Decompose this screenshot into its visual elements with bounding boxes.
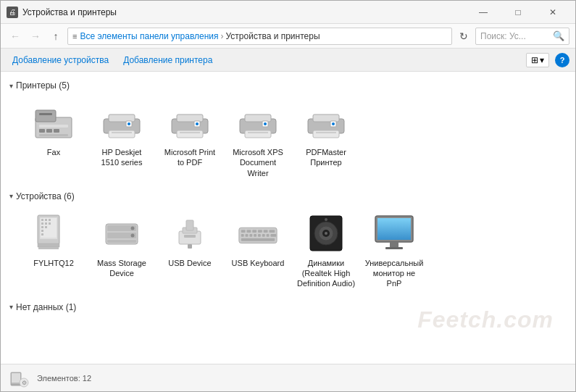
address-bar: ← → ↑ ≡ Все элементы панели управления ›…	[1, 24, 575, 49]
add-printer-button[interactable]: Добавление принтера	[117, 53, 218, 67]
svg-rect-43	[49, 219, 51, 221]
svg-point-52	[131, 234, 135, 238]
toolbar: Добавление устройства Добавление принтер…	[1, 49, 575, 72]
breadcrumb-current: Устройства и принтеры	[226, 31, 320, 41]
svg-rect-62	[258, 230, 262, 233]
list-item[interactable]: Mass Storage Device	[89, 207, 154, 293]
list-item[interactable]: Microsoft Print to PDF	[157, 96, 222, 183]
svg-rect-83	[390, 242, 398, 248]
list-item[interactable]: Универсальный монитор не PnP	[362, 207, 427, 293]
up-button[interactable]: ↑	[47, 28, 64, 45]
fax-label: Fax	[47, 147, 60, 157]
svg-rect-46	[38, 247, 59, 249]
svg-rect-69	[258, 234, 261, 237]
svg-rect-84	[385, 247, 403, 249]
status-device-icon: ⚙	[9, 368, 30, 388]
svg-text:⚙: ⚙	[22, 380, 27, 386]
nodata-section-header[interactable]: ▾ Нет данных (1)	[9, 302, 567, 312]
view-dropdown-icon: ▾	[540, 55, 544, 65]
window-icon: 🖨	[7, 7, 18, 18]
svg-rect-28	[313, 130, 339, 138]
svg-point-25	[264, 122, 267, 125]
list-item[interactable]: FYLHTQ12	[21, 207, 86, 293]
svg-rect-23	[248, 132, 268, 133]
monitor-label: Универсальный монитор не PnP	[364, 258, 424, 289]
svg-rect-11	[112, 132, 132, 133]
search-icon: 🔍	[553, 30, 564, 41]
list-item[interactable]: USB Keyboard	[225, 207, 291, 293]
monitor-icon	[372, 212, 416, 255]
svg-rect-5	[46, 129, 52, 133]
maximize-button[interactable]: □	[501, 4, 535, 20]
storage-icon	[100, 212, 143, 255]
main-window: 🖨 Устройства и принтеры — □ ✕ ← → ↑ ≡ Вс…	[0, 0, 576, 392]
svg-rect-37	[41, 226, 43, 228]
svg-rect-40	[45, 219, 47, 221]
status-bar: ⚙ Элементов: 12	[1, 364, 575, 391]
list-item[interactable]: Динамики (Realtek High Definition Audio)	[293, 207, 359, 293]
breadcrumb-icon: ≡	[72, 32, 77, 41]
devices-section-header[interactable]: ▾ Устройства (6)	[9, 191, 567, 201]
svg-point-79	[325, 218, 327, 221]
view-button[interactable]: ⊞ ▾	[526, 53, 549, 67]
printers-section-header[interactable]: ▾ Принтеры (5)	[9, 80, 567, 91]
svg-rect-2	[39, 113, 52, 115]
svg-rect-41	[45, 222, 47, 225]
svg-rect-42	[45, 226, 47, 228]
fax-icon	[32, 101, 75, 144]
svg-rect-57	[188, 244, 192, 249]
add-device-button[interactable]: Добавление устройства	[7, 53, 114, 67]
back-button[interactable]: ←	[7, 28, 24, 45]
devices-section-label: Устройства (6)	[16, 191, 75, 201]
svg-rect-6	[54, 129, 59, 133]
svg-rect-17	[180, 132, 200, 133]
usb-device-icon	[168, 212, 212, 255]
svg-rect-72	[270, 234, 276, 237]
svg-rect-73	[241, 238, 275, 241]
svg-point-51	[131, 227, 135, 230]
window-controls: — □ ✕	[467, 4, 569, 20]
svg-rect-67	[249, 234, 252, 237]
svg-rect-36	[41, 222, 43, 225]
svg-rect-68	[254, 234, 256, 237]
svg-rect-1	[36, 110, 56, 122]
svg-point-31	[332, 122, 335, 125]
ms-pdf-label: Microsoft Print to PDF	[160, 147, 220, 168]
search-placeholder: Поиск: Ус...	[480, 31, 526, 41]
title-bar: 🖨 Устройства и принтеры — □ ✕	[1, 1, 575, 24]
nodata-section-label: Нет данных (1)	[16, 302, 76, 312]
breadcrumb-bar[interactable]: ≡ Все элементы панели управления › Устро…	[67, 28, 452, 45]
svg-rect-35	[41, 219, 43, 221]
list-item[interactable]: PDFMaster Принтер	[293, 96, 359, 183]
help-button[interactable]: ?	[555, 53, 569, 67]
svg-rect-16	[177, 130, 203, 138]
breadcrumb-root[interactable]: Все элементы панели управления	[80, 31, 218, 41]
breadcrumb-separator: ›	[221, 31, 224, 41]
usb-device-label: USB Device	[168, 258, 211, 268]
forward-button[interactable]: →	[27, 28, 44, 45]
refresh-button[interactable]: ↻	[455, 28, 472, 45]
computer-icon	[32, 212, 75, 255]
ms-xps-printer-icon	[236, 101, 280, 144]
svg-rect-86	[12, 373, 20, 383]
pdfmaster-printer-icon	[304, 101, 348, 144]
close-button[interactable]: ✕	[536, 4, 569, 20]
speaker-icon	[304, 212, 348, 255]
svg-rect-44	[49, 222, 51, 225]
svg-rect-64	[269, 230, 275, 233]
hp-printer-icon	[100, 101, 143, 144]
minimize-button[interactable]: —	[467, 4, 500, 20]
printers-toggle-icon: ▾	[9, 82, 13, 90]
list-item[interactable]: Microsoft XPS Document Writer	[225, 96, 291, 183]
svg-rect-82	[377, 218, 411, 240]
list-item[interactable]: HP Deskjet 1510 series	[89, 96, 154, 183]
search-box[interactable]: Поиск: Ус... 🔍	[475, 28, 569, 45]
list-item[interactable]: USB Device	[157, 207, 222, 293]
svg-rect-63	[264, 230, 268, 233]
svg-rect-61	[252, 230, 256, 233]
svg-rect-22	[245, 130, 271, 138]
keyboard-icon	[236, 212, 280, 255]
view-icon: ⊞	[531, 55, 538, 65]
storage-label: Mass Storage Device	[92, 258, 151, 279]
list-item[interactable]: Fax	[21, 96, 86, 183]
